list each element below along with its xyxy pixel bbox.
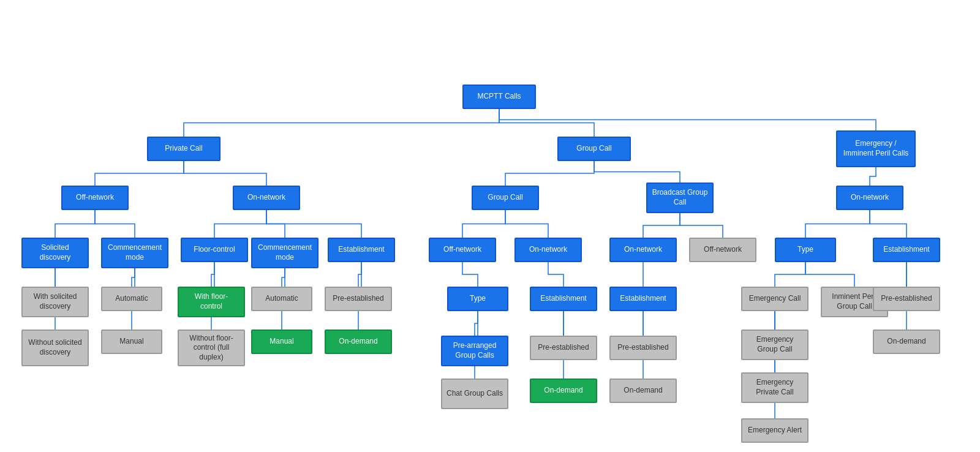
node-group_call_main: Group Call [557, 137, 631, 161]
node-solicited_disc: Solicited discovery [21, 238, 89, 268]
node-commence_mode_on: Commencement mode [251, 238, 318, 268]
node-emergency_alert: Emergency Alert [741, 418, 809, 443]
node-pre_established_emerg: Pre-established [873, 287, 940, 311]
node-manual_on: Manual [251, 330, 312, 354]
node-without_floor: Without floor- control (full duplex) [178, 330, 245, 366]
node-on_demand_emerg: On-demand [873, 330, 940, 354]
node-on_network_bcast: On-network [609, 238, 677, 262]
node-on_network_grp: On-network [514, 238, 582, 262]
node-group_call_sub: Group Call [472, 186, 539, 210]
node-type_grp: Type [447, 287, 508, 311]
node-mcptt_calls: MCPTT Calls [462, 85, 536, 109]
node-pre_established_bcast: Pre-established [609, 336, 677, 360]
node-chat_group: Chat Group Calls [441, 379, 508, 409]
node-on_demand_priv: On-demand [325, 330, 392, 354]
node-emergency_call: Emergency Call [741, 287, 809, 311]
node-commence_mode_off: Commencement mode [101, 238, 168, 268]
node-with_floor: With floor- control [178, 287, 245, 317]
node-on_network_priv: On-network [233, 186, 300, 210]
node-pre_established_priv: Pre-established [325, 287, 392, 311]
node-automatic_on: Automatic [251, 287, 312, 311]
node-with_solicited: With solicited discovery [21, 287, 89, 317]
node-pre_arranged: Pre-arranged Group Calls [441, 336, 508, 366]
node-off_network_priv: Off-network [61, 186, 129, 210]
node-on_network_emerg: On-network [836, 186, 903, 210]
page-title [0, 0, 980, 23]
node-on_demand_grp: On-demand [530, 379, 597, 403]
node-floor_control: Floor-control [181, 238, 248, 262]
node-automatic_off: Automatic [101, 287, 162, 311]
node-type_emerg: Type [775, 238, 836, 262]
node-off_network_grp: Off-network [429, 238, 496, 262]
node-emergency_priv_call: Emergency Private Call [741, 372, 809, 403]
node-off_network_bcast: Off-network [689, 238, 756, 262]
node-establishment_grp: Establishment [530, 287, 597, 311]
tree-diagram: MCPTT CallsPrivate CallGroup CallEmergen… [6, 23, 974, 452]
node-emergency_grp_call: Emergency Group Call [741, 330, 809, 360]
node-establishment_emerg: Establishment [873, 238, 940, 262]
node-establishment_bcast: Establishment [609, 287, 677, 311]
node-without_solicited: Without solicited discovery [21, 330, 89, 366]
node-on_demand_bcast: On-demand [609, 379, 677, 403]
node-manual_off: Manual [101, 330, 162, 354]
node-private_call: Private Call [147, 137, 221, 161]
node-establishment_priv: Establishment [328, 238, 395, 262]
node-emergency_imminent: Emergency / Imminent Peril Calls [836, 130, 916, 167]
node-pre_established_grp: Pre-established [530, 336, 597, 360]
node-broadcast_group: Broadcast Group Call [646, 183, 714, 213]
